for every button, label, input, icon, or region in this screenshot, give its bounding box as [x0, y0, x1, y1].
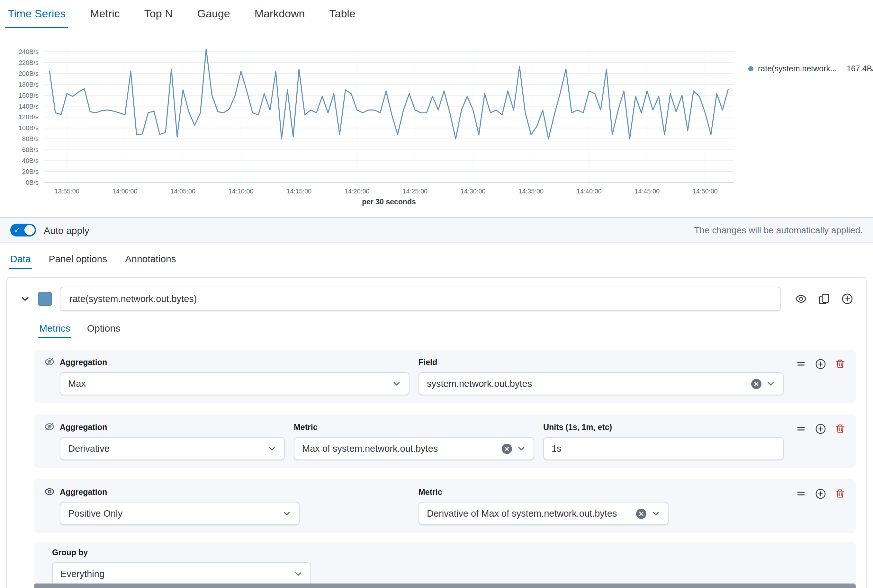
- aggregation-label: Aggregation: [60, 423, 107, 432]
- chevron-down-icon: [267, 444, 276, 453]
- svg-text:200B/s: 200B/s: [19, 70, 39, 77]
- svg-text:14:15:00: 14:15:00: [286, 188, 311, 195]
- row-actions: [784, 422, 845, 460]
- chevron-down-icon: [294, 569, 303, 578]
- chevron-down-icon: [766, 379, 775, 388]
- aggregation-select[interactable]: Derivative: [60, 437, 285, 460]
- svg-text:14:50:00: 14:50:00: [693, 188, 718, 195]
- time-series-chart: 0B/s20B/s40B/s60B/s80B/s100B/s120B/s140B…: [6, 40, 739, 207]
- tab-panel-options[interactable]: Panel options: [47, 249, 108, 269]
- eye-icon: [44, 486, 55, 497]
- series-color-swatch[interactable]: [38, 292, 52, 306]
- delete-metric-button[interactable]: [835, 358, 845, 369]
- svg-text:220B/s: 220B/s: [19, 59, 39, 66]
- svg-text:per 30 seconds: per 30 seconds: [362, 198, 416, 206]
- chevron-down-icon[interactable]: [20, 294, 30, 304]
- units-input[interactable]: [543, 437, 784, 460]
- aggregation-label: Aggregation: [60, 358, 107, 367]
- check-icon: ✓: [14, 225, 20, 235]
- tab-annotations[interactable]: Annotations: [124, 249, 177, 269]
- svg-text:14:25:00: 14:25:00: [403, 188, 428, 195]
- svg-text:180B/s: 180B/s: [19, 81, 39, 88]
- group-by-select[interactable]: Everything: [52, 562, 311, 585]
- svg-text:20B/s: 20B/s: [22, 168, 39, 175]
- legend-series-value: 167.4B/s: [847, 64, 873, 73]
- group-by-section: Group by Everything: [34, 542, 856, 588]
- svg-text:13:55:00: 13:55:00: [54, 188, 80, 195]
- metric-combobox[interactable]: Derivative of Max of system.network.out.…: [419, 502, 669, 525]
- legend-series-dot: [748, 66, 753, 71]
- tab-options[interactable]: Options: [86, 321, 122, 338]
- tab-metric[interactable]: Metric: [87, 0, 122, 28]
- auto-apply-hint: The changes will be automatically applie…: [694, 225, 863, 235]
- eye-slash-icon: [44, 357, 55, 367]
- svg-text:14:30:00: 14:30:00: [461, 188, 486, 195]
- aggregation-row-max: Aggregation Max Field system.network.out…: [34, 350, 856, 403]
- series-header: [15, 286, 858, 311]
- series-panel: Metrics Options Aggregation Max: [6, 277, 867, 588]
- delete-metric-button[interactable]: [835, 423, 845, 434]
- chevron-down-icon: [651, 509, 660, 518]
- chevron-down-icon: [282, 509, 291, 518]
- aggregation-label: Aggregation: [60, 488, 107, 497]
- drag-handle-icon[interactable]: [796, 358, 806, 369]
- cross-in-circle-icon[interactable]: [502, 443, 512, 454]
- svg-text:240B/s: 240B/s: [19, 48, 39, 55]
- cross-in-circle-icon[interactable]: [636, 508, 647, 519]
- svg-text:100B/s: 100B/s: [19, 124, 39, 131]
- aggregation-row-positive-only: Aggregation Positive Only Metric Derivat…: [34, 479, 856, 533]
- eye-icon[interactable]: [795, 293, 807, 304]
- units-label: Units (1s, 1m, etc): [543, 423, 612, 432]
- next-panel-edge: [34, 584, 856, 588]
- auto-apply-label: Auto apply: [44, 225, 89, 236]
- metric-label: Metric: [419, 488, 442, 497]
- series-tab-bar: Metrics Options: [38, 321, 858, 338]
- metric-combobox[interactable]: Max of system.network.out.bytes: [294, 437, 534, 460]
- chevron-down-icon: [392, 379, 401, 388]
- aggregation-select[interactable]: Max: [60, 372, 410, 395]
- series-label-input[interactable]: [60, 286, 781, 311]
- metric-label: Metric: [294, 423, 317, 432]
- svg-text:40B/s: 40B/s: [22, 157, 39, 164]
- svg-text:80B/s: 80B/s: [22, 135, 39, 142]
- tab-time-series[interactable]: Time Series: [5, 0, 68, 28]
- svg-text:14:20:00: 14:20:00: [344, 188, 370, 195]
- plus-in-circle-icon[interactable]: [841, 293, 853, 304]
- add-metric-button[interactable]: [815, 358, 826, 369]
- tab-metrics[interactable]: Metrics: [38, 321, 72, 338]
- add-metric-button[interactable]: [815, 488, 826, 500]
- row-actions: [784, 487, 845, 525]
- field-label: Field: [419, 358, 437, 367]
- svg-text:160B/s: 160B/s: [19, 92, 39, 99]
- auto-apply-toggle[interactable]: ✓: [10, 224, 36, 237]
- svg-text:0B/s: 0B/s: [26, 179, 39, 186]
- legend-series-label: rate(system.network...: [758, 64, 837, 73]
- drag-handle-icon[interactable]: [796, 488, 806, 499]
- tab-markdown[interactable]: Markdown: [252, 0, 308, 28]
- top-tab-bar: Time Series Metric Top N Gauge Markdown …: [0, 0, 873, 28]
- svg-text:140B/s: 140B/s: [19, 103, 39, 110]
- svg-text:14:05:00: 14:05:00: [170, 188, 195, 195]
- svg-text:14:10:00: 14:10:00: [228, 188, 254, 195]
- auto-apply-bar: ✓ Auto apply The changes will be automat…: [0, 217, 873, 243]
- delete-metric-button[interactable]: [835, 488, 845, 499]
- chart-legend-item[interactable]: rate(system.network... 167.4B/s: [748, 64, 873, 73]
- aggregation-select[interactable]: Positive Only: [60, 502, 299, 525]
- toggle-thumb: [24, 225, 35, 235]
- svg-text:14:45:00: 14:45:00: [634, 188, 660, 195]
- drag-handle-icon[interactable]: [796, 423, 806, 434]
- tsvb-editor: Time Series Metric Top N Gauge Markdown …: [0, 0, 873, 588]
- add-metric-button[interactable]: [815, 423, 826, 434]
- tab-top-n[interactable]: Top N: [142, 0, 176, 28]
- editor-tab-bar: Data Panel options Annotations: [0, 249, 873, 269]
- cross-in-circle-icon[interactable]: [751, 378, 762, 389]
- svg-text:14:00:00: 14:00:00: [113, 188, 138, 195]
- field-combobox[interactable]: system.network.out.bytes: [419, 372, 784, 395]
- tab-table[interactable]: Table: [326, 0, 358, 28]
- row-actions: [784, 357, 845, 395]
- tab-data[interactable]: Data: [9, 249, 32, 269]
- aggregation-row-derivative: Aggregation Derivative Metric Max of sys…: [34, 414, 856, 468]
- svg-text:120B/s: 120B/s: [19, 113, 39, 120]
- copy-icon[interactable]: [818, 293, 830, 304]
- tab-gauge[interactable]: Gauge: [195, 0, 233, 28]
